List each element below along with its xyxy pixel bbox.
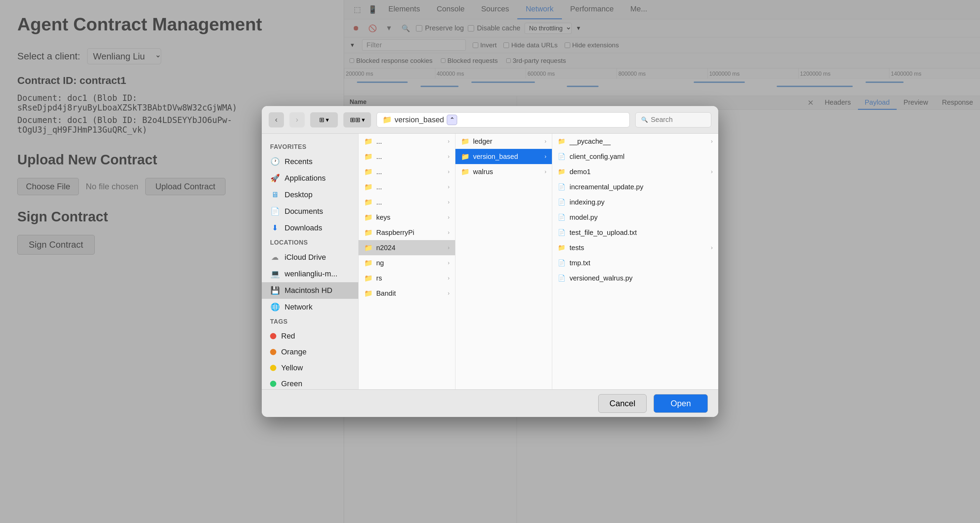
chevron-icon: › (448, 244, 450, 251)
file-icon: 📄 (558, 183, 565, 191)
fp-path-arrow[interactable]: ⌃ (447, 115, 457, 125)
file-name: demo1 (570, 168, 591, 176)
fp-path-text: version_based (395, 116, 444, 124)
chevron-icon: › (448, 229, 450, 236)
downloads-icon: ⬇ (270, 223, 280, 233)
file-picker-toolbar: ‹ › ⊞ ▾ ⊞⊞ ▾ 📁 version_based ⌃ 🔍 (262, 106, 718, 134)
sidebar-orange-label: Orange (281, 347, 306, 357)
col1-item-name: rs (376, 274, 382, 282)
col1-item-n2024[interactable]: 📁 n2024 › (359, 240, 455, 255)
col1-item-bandit[interactable]: 📁 Bandit › (359, 286, 455, 301)
sidebar-downloads-label: Downloads (285, 223, 322, 233)
file-icon: 📄 (558, 229, 565, 236)
tags-section-title: Tags (262, 315, 358, 328)
green-tag-dot (270, 381, 276, 387)
sidebar-yellow-label: Yellow (281, 363, 303, 372)
folder-icon: 📁 (364, 259, 373, 267)
chevron-icon: › (545, 169, 546, 175)
chevron-icon: › (711, 138, 713, 144)
file-picker-body: Favorites 🕐 Recents 🚀 Applications 🖥 Des… (262, 134, 718, 389)
col1-item-keys[interactable]: 📁 keys › (359, 210, 455, 225)
file-item-incremental-update[interactable]: 📄 increamental_update.py (552, 179, 718, 195)
col1-item-name: ng (376, 259, 384, 267)
col1-item-dot5[interactable]: 📁 ... › (359, 195, 455, 210)
col1-item-name: n2024 (376, 244, 396, 252)
col1-item-dot4[interactable]: 📁 ... › (359, 179, 455, 195)
col1-item-dot2[interactable]: 📁 ... › (359, 149, 455, 164)
folder-icon: 📁 (364, 274, 373, 282)
chevron-icon: › (448, 214, 450, 220)
col1-item-raspberrypi[interactable]: 📁 RaspberryPi › (359, 225, 455, 240)
chevron-icon: › (448, 260, 450, 266)
col2-item-ledger[interactable]: 📁 ledger › (455, 134, 552, 149)
folder-icon: 📁 (558, 138, 565, 145)
col2-item-version-based[interactable]: 📁 version_based › (455, 149, 552, 164)
fp-search-input[interactable] (651, 116, 705, 124)
file-item-tests[interactable]: 📁 tests › (552, 240, 718, 255)
file-item-versioned-walrus[interactable]: 📄 versioned_walrus.py (552, 271, 718, 286)
file-item-model[interactable]: 📄 model.py (552, 210, 718, 225)
sidebar-item-documents[interactable]: 📄 Documents (262, 203, 358, 220)
col1-item-dot1[interactable]: 📁 ... › (359, 134, 455, 149)
col2-item-name: walrus (473, 168, 493, 176)
fp-grid-view-button[interactable]: ⊞⊞ ▾ (344, 112, 371, 127)
hard-drive-icon: 💾 (270, 286, 280, 295)
sidebar-item-icloud[interactable]: ☁ iCloud Drive (262, 249, 358, 266)
chevron-icon: › (448, 290, 450, 296)
sidebar-item-downloads[interactable]: ⬇ Downloads (262, 220, 358, 236)
sidebar-item-recents[interactable]: 🕐 Recents (262, 154, 358, 170)
col1-item-dot3[interactable]: 📁 ... › (359, 164, 455, 179)
col1-item-name: keys (376, 214, 390, 222)
folder-icon: 📁 (461, 168, 469, 176)
fp-forward-button[interactable]: › (290, 112, 305, 127)
folder-icon: 📁 (461, 137, 469, 146)
col1-item-ng[interactable]: 📁 ng › (359, 255, 455, 271)
file-item-demo1[interactable]: 📁 demo1 › (552, 164, 718, 179)
fp-cancel-button[interactable]: Cancel (598, 394, 647, 413)
column-view-icon: ⊞ (319, 116, 325, 124)
folder-icon: 📁 (382, 116, 392, 124)
file-item-test-file[interactable]: 📄 test_file_to_upload.txt (552, 225, 718, 240)
sidebar-tag-red[interactable]: Red (262, 328, 358, 344)
fp-column-view-button[interactable]: ⊞ ▾ (310, 112, 338, 127)
file-name: increamental_update.py (570, 183, 643, 191)
sidebar-item-laptop[interactable]: 💻 wenliangliu-m... (262, 266, 358, 282)
sidebar-item-network[interactable]: 🌐 Network (262, 299, 358, 315)
fp-column-2: 📁 ledger › 📁 version_based › (455, 134, 552, 389)
favorites-section-title: Favorites (262, 141, 358, 154)
chevron-icon: › (448, 275, 450, 281)
folder-icon: 📁 (558, 244, 565, 252)
fp-back-button[interactable]: ‹ (269, 112, 284, 127)
sidebar-item-applications[interactable]: 🚀 Applications (262, 170, 358, 187)
fp-open-button[interactable]: Open (654, 394, 708, 413)
desktop-icon: 🖥 (270, 190, 280, 200)
sidebar-red-label: Red (281, 331, 295, 341)
folder-icon: 📁 (364, 168, 373, 176)
sidebar-laptop-label: wenliangliu-m... (285, 269, 337, 279)
file-name: tmp.txt (570, 259, 590, 267)
sidebar-item-macintosh-hd[interactable]: 💾 Macintosh HD (262, 282, 358, 299)
folder-icon: 📁 (364, 289, 373, 298)
col1-item-rs[interactable]: 📁 rs › (359, 271, 455, 286)
documents-icon: 📄 (270, 206, 280, 216)
sidebar-recents-label: Recents (285, 157, 313, 166)
sidebar-desktop-label: Desktop (285, 190, 313, 199)
col2-item-walrus[interactable]: 📁 walrus › (455, 164, 552, 179)
fp-sidebar: Favorites 🕐 Recents 🚀 Applications 🖥 Des… (262, 134, 359, 389)
sidebar-tag-green[interactable]: Green (262, 376, 358, 389)
col1-item-name: ... (376, 198, 382, 206)
file-item-indexing[interactable]: 📄 indexing.py (552, 195, 718, 210)
folder-icon: 📁 (364, 198, 373, 206)
sidebar-tag-orange[interactable]: Orange (262, 344, 358, 360)
file-item-tmp[interactable]: 📄 tmp.txt (552, 255, 718, 271)
file-item-client-config[interactable]: 📄 client_config.yaml (552, 149, 718, 164)
recents-icon: 🕐 (270, 157, 280, 166)
file-icon: 📄 (558, 153, 565, 160)
sidebar-tag-yellow[interactable]: Yellow (262, 360, 358, 376)
icloud-icon: ☁ (270, 252, 280, 262)
chevron-icon: › (448, 138, 450, 144)
file-item-pycache[interactable]: 📁 __pycache__ › (552, 134, 718, 149)
sidebar-item-desktop[interactable]: 🖥 Desktop (262, 187, 358, 203)
file-name: indexing.py (570, 198, 605, 206)
file-name: client_config.yaml (570, 153, 625, 161)
